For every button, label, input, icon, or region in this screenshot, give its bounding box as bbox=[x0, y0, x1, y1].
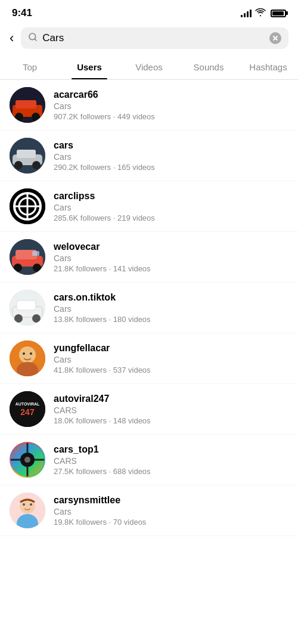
username: acarcar66 bbox=[54, 89, 288, 100]
list-item[interactable]: cars_top1 CARS 27.5K followers · 688 vid… bbox=[0, 435, 298, 485]
svg-point-21 bbox=[14, 264, 22, 272]
user-info: carsynsmittlee Cars 19.8K followers · 70… bbox=[54, 495, 288, 527]
avatar bbox=[10, 340, 45, 376]
user-info: carclipss Cars 285.6K followers · 219 vi… bbox=[54, 191, 288, 222]
tab-hashtags[interactable]: Hashtags bbox=[238, 55, 298, 79]
svg-text:247: 247 bbox=[20, 407, 35, 417]
user-category: Cars bbox=[54, 253, 288, 263]
avatar bbox=[10, 239, 45, 275]
user-category: Cars bbox=[54, 203, 288, 212]
svg-point-5 bbox=[15, 113, 23, 121]
tab-top[interactable]: Top bbox=[0, 55, 60, 79]
avatar bbox=[10, 188, 45, 224]
wifi-icon bbox=[255, 8, 266, 18]
svg-point-27 bbox=[14, 314, 23, 323]
svg-point-43 bbox=[24, 457, 30, 463]
user-info: acarcar66 Cars 907.2K followers · 449 vi… bbox=[54, 89, 288, 121]
svg-point-12 bbox=[32, 161, 41, 169]
user-stats: 290.2K followers · 165 videos bbox=[54, 163, 288, 172]
user-stats: 285.6K followers · 219 videos bbox=[54, 213, 288, 222]
user-category: Cars bbox=[54, 507, 288, 516]
svg-point-47 bbox=[23, 503, 25, 506]
user-stats: 27.5K followers · 688 videos bbox=[54, 467, 288, 476]
svg-point-22 bbox=[33, 264, 41, 272]
username: welovecar bbox=[54, 242, 288, 252]
user-category: Cars bbox=[54, 101, 288, 111]
username: cars.on.tiktok bbox=[54, 292, 288, 303]
username: autoviral247 bbox=[54, 394, 288, 404]
user-category: CARS bbox=[54, 405, 288, 415]
svg-point-48 bbox=[30, 503, 32, 506]
user-stats: 13.8K followers · 180 videos bbox=[54, 315, 288, 324]
tab-videos[interactable]: Videos bbox=[119, 55, 179, 79]
svg-point-30 bbox=[19, 346, 36, 363]
search-bar[interactable]: Cars bbox=[21, 27, 288, 49]
tab-users[interactable]: Users bbox=[60, 55, 119, 79]
user-category: Cars bbox=[54, 355, 288, 364]
list-item[interactable]: carsynsmittlee Cars 19.8K followers · 70… bbox=[0, 485, 298, 536]
list-item[interactable]: acarcar66 Cars 907.2K followers · 449 vi… bbox=[0, 80, 298, 131]
user-category: Cars bbox=[54, 304, 288, 314]
avatar bbox=[10, 87, 45, 123]
svg-rect-4 bbox=[15, 100, 36, 109]
avatar bbox=[10, 442, 45, 478]
avatar bbox=[10, 493, 45, 528]
svg-rect-26 bbox=[17, 301, 36, 310]
svg-rect-10 bbox=[17, 150, 36, 158]
svg-point-33 bbox=[30, 352, 32, 355]
list-item[interactable]: carclipss Cars 285.6K followers · 219 vi… bbox=[0, 181, 298, 232]
user-stats: 18.0K followers · 148 videos bbox=[54, 416, 288, 425]
signal-icon bbox=[241, 9, 252, 17]
svg-line-1 bbox=[35, 39, 36, 41]
user-info: autoviral247 CARS 18.0K followers · 148 … bbox=[54, 394, 288, 425]
avatar bbox=[10, 290, 45, 326]
user-stats: 41.8K followers · 537 videos bbox=[54, 366, 288, 374]
svg-point-32 bbox=[23, 352, 25, 355]
avatar bbox=[10, 138, 45, 174]
svg-point-6 bbox=[32, 113, 40, 121]
user-category: CARS bbox=[54, 456, 288, 466]
user-info: cars_top1 CARS 27.5K followers · 688 vid… bbox=[54, 444, 288, 476]
user-info: cars.on.tiktok Cars 13.8K followers · 18… bbox=[54, 292, 288, 324]
list-item[interactable]: yungfellacar Cars 41.8K followers · 537 … bbox=[0, 333, 298, 384]
user-list: acarcar66 Cars 907.2K followers · 449 vi… bbox=[0, 80, 298, 536]
search-icon bbox=[28, 32, 38, 44]
username: yungfellacar bbox=[54, 343, 288, 354]
tabs: Top Users Videos Sounds Hashtags bbox=[0, 55, 298, 80]
user-category: Cars bbox=[54, 152, 288, 162]
avatar: AUTOVIRAL247 bbox=[10, 391, 45, 427]
user-info: yungfellacar Cars 41.8K followers · 537 … bbox=[54, 343, 288, 374]
status-time: 9:41 bbox=[12, 7, 32, 19]
user-stats: 19.8K followers · 70 videos bbox=[54, 518, 288, 527]
username: cars bbox=[54, 140, 288, 151]
username: cars_top1 bbox=[54, 444, 288, 455]
list-item[interactable]: welovecar Cars 21.8K followers · 141 vid… bbox=[0, 232, 298, 283]
list-item[interactable]: AUTOVIRAL247 autoviral247 CARS 18.0K fol… bbox=[0, 384, 298, 435]
user-stats: 21.8K followers · 141 videos bbox=[54, 264, 288, 273]
svg-text:AUTOVIRAL: AUTOVIRAL bbox=[15, 402, 40, 406]
clear-button[interactable] bbox=[269, 32, 281, 44]
username: carclipss bbox=[54, 191, 288, 202]
user-info: cars Cars 290.2K followers · 165 videos bbox=[54, 140, 288, 172]
svg-point-11 bbox=[14, 161, 23, 169]
back-button[interactable]: ‹ bbox=[10, 30, 14, 46]
battery-icon bbox=[271, 10, 286, 17]
list-item[interactable]: cars.on.tiktok Cars 13.8K followers · 18… bbox=[0, 283, 298, 333]
status-bar: 9:41 bbox=[0, 0, 298, 24]
user-stats: 907.2K followers · 449 videos bbox=[54, 112, 288, 121]
svg-rect-23 bbox=[32, 251, 39, 256]
user-info: welovecar Cars 21.8K followers · 141 vid… bbox=[54, 242, 288, 273]
search-bar-container: ‹ Cars bbox=[0, 24, 298, 55]
list-item[interactable]: cars Cars 290.2K followers · 165 videos bbox=[0, 131, 298, 181]
status-icons bbox=[241, 8, 286, 18]
svg-point-28 bbox=[32, 314, 41, 323]
username: carsynsmittlee bbox=[54, 495, 288, 506]
tab-sounds[interactable]: Sounds bbox=[179, 55, 238, 79]
search-query: Cars bbox=[42, 32, 265, 44]
